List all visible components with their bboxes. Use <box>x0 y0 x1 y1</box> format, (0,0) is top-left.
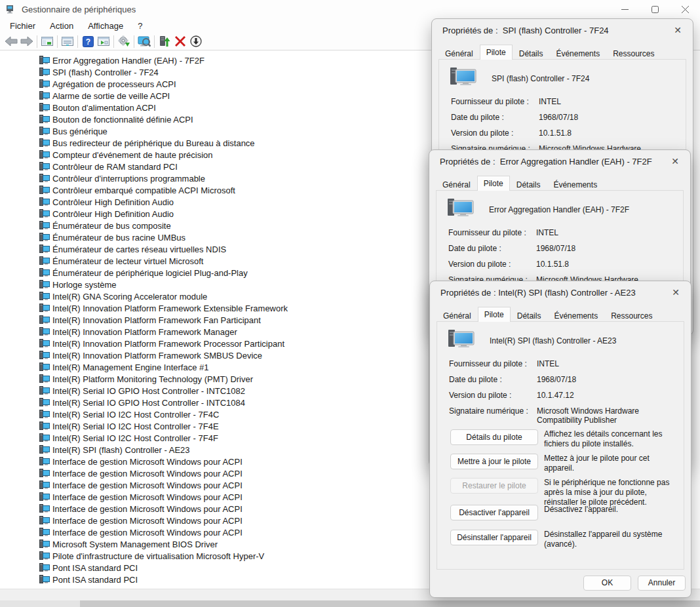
cancel-button[interactable]: Annuler <box>638 576 686 591</box>
tree-item-label: Contrôleur High Definition Audio <box>52 197 174 207</box>
dialog-tab[interactable]: Détails <box>511 309 548 322</box>
driver-action-description: Affichez les détails concernant les fich… <box>544 429 676 449</box>
driver-action-button[interactable]: Restaurer le pilote <box>450 478 538 494</box>
show-console-tree-button[interactable] <box>39 34 55 49</box>
properties-button[interactable] <box>60 34 75 49</box>
tree-item-label: Énumérateur de cartes réseau virtuelles … <box>52 245 226 254</box>
tree-item-label: Bouton d'alimentation ACPI <box>52 103 156 113</box>
ok-button[interactable]: OK <box>583 576 631 591</box>
dialog-tab[interactable]: Pilote <box>477 176 510 191</box>
tree-item-label: Error Aggregation Handler (EAH) - 7F2F <box>52 56 204 66</box>
menu-action[interactable]: Action <box>43 20 81 32</box>
back-button[interactable] <box>3 34 19 49</box>
scan-hardware-changes-button[interactable] <box>116 34 132 49</box>
menu-help[interactable]: ? <box>130 20 149 32</box>
main-titlebar[interactable]: Gestionnaire de périphériques <box>0 0 700 18</box>
driver-field: Date du pilote : 1968/07/18 <box>448 244 675 253</box>
device-manager-icon <box>6 4 16 14</box>
tree-item-label: Intel(R) SPI (flash) Controller - AE23 <box>52 445 190 455</box>
close-button[interactable] <box>670 0 700 18</box>
system-device-icon <box>39 551 50 560</box>
dialog-tab[interactable]: Ressources <box>606 47 661 60</box>
dialog-titlebar[interactable]: Propriétés de : Error Aggregation Handle… <box>429 150 690 174</box>
field-value: 10.1.47.12 <box>537 391 676 400</box>
help-button[interactable]: ? <box>80 34 96 49</box>
driver-action-row: Désinstaller l'appareil Désinstallez l'a… <box>450 530 676 549</box>
update-driver-button[interactable] <box>157 34 172 49</box>
system-device-icon <box>39 327 50 336</box>
console-window-button[interactable] <box>96 34 111 49</box>
driver-action-button[interactable]: Désinstaller l'appareil <box>450 530 538 545</box>
device-name: Intel(R) SPI (flash) Controller - AE23 <box>490 336 616 345</box>
tree-item-label: Contrôleur High Definition Audio <box>52 209 174 219</box>
minimize-button[interactable] <box>610 0 640 18</box>
tree-item-label: Intel(R) Innovation Platform Framework F… <box>52 315 261 325</box>
dialog-tab[interactable]: Détails <box>513 47 550 60</box>
uninstall-device-button[interactable] <box>172 34 188 49</box>
system-device-icon <box>39 528 50 537</box>
field-label: Fournisseur du pilote : <box>449 359 537 368</box>
driver-field: Date du pilote : 1968/07/18 <box>451 113 678 122</box>
system-device-icon <box>39 197 50 206</box>
dialog-tab[interactable]: Ressources <box>604 309 659 322</box>
tree-item-label: Intel(R) Serial IO GPIO Host Controller … <box>52 398 245 408</box>
system-device-icon <box>39 339 50 348</box>
driver-action-button[interactable]: Mettre à jour le pilote <box>450 454 538 469</box>
field-label: Version du pilote : <box>451 128 539 138</box>
tree-item-label: Intel(R) Serial IO I2C Host Controller -… <box>52 433 218 443</box>
forward-button[interactable] <box>19 34 35 49</box>
tree-item-label: Contrôleur embarqué compatible ACPI Micr… <box>52 186 235 195</box>
tree-item-label: Énumérateur de bus composite <box>52 221 171 231</box>
dialog-tab[interactable]: Pilote <box>480 45 513 60</box>
dialog-titlebar[interactable]: Propriétés de : SPI (flash) Controller -… <box>432 19 693 43</box>
system-device-icon <box>39 221 50 230</box>
dialog-tab[interactable]: Pilote <box>478 307 511 322</box>
dialog-tab[interactable]: Événements <box>547 178 604 191</box>
driver-field: Fournisseur du pilote : INTEL <box>451 97 678 106</box>
system-device-icon <box>39 469 50 478</box>
dialog-close-icon[interactable]: ✕ <box>669 286 682 299</box>
tree-item-label: Interface de gestion Microsoft Windows p… <box>52 528 243 538</box>
system-device-icon <box>39 150 50 159</box>
tree-item-label: SPI (flash) Controller - 7F24 <box>52 68 159 77</box>
tree-item-label: Intel(R) GNA Scoring Accelerator module <box>52 292 207 302</box>
system-device-icon <box>39 186 50 195</box>
dialog-title: Propriétés de : SPI (flash) Controller -… <box>432 19 693 35</box>
search-computer-button[interactable] <box>136 34 152 49</box>
system-device-icon <box>39 292 50 301</box>
dialog-close-icon[interactable]: ✕ <box>669 155 682 168</box>
dialog-tab[interactable]: Événements <box>549 47 606 60</box>
horizontal-scrollbar[interactable] <box>0 600 700 607</box>
tree-item-label: Contrôleur de RAM standard PCI <box>52 162 178 172</box>
dialog-tab[interactable]: Événements <box>547 309 604 322</box>
driver-action-button[interactable]: Désactiver l'appareil <box>450 505 538 520</box>
dialog-tab[interactable]: Général <box>436 178 477 191</box>
system-device-icon <box>39 421 50 431</box>
menu-affichage[interactable]: Affichage <box>81 20 130 32</box>
dialog-close-icon[interactable]: ✕ <box>671 24 684 37</box>
screen: { "window": { "title": "Gestionnaire de … <box>0 0 700 607</box>
driver-action-button[interactable]: Détails du pilote <box>450 429 538 445</box>
system-device-icon <box>39 91 50 100</box>
maximize-button[interactable] <box>640 0 670 18</box>
scrollbar-thumb[interactable] <box>0 600 80 607</box>
system-device-icon <box>39 174 50 183</box>
svg-text:?: ? <box>85 37 90 47</box>
tree-item-label: Intel(R) Serial IO GPIO Host Controller … <box>52 386 245 396</box>
system-device-icon <box>39 315 50 324</box>
field-label: Date du pilote : <box>448 244 536 253</box>
device-name: SPI (flash) Controller - 7F24 <box>492 74 589 83</box>
tree-item-label: Intel(R) Innovation Platform Framework E… <box>52 304 288 313</box>
dialog-tab[interactable]: Général <box>437 309 478 322</box>
tree-item-label: Interface de gestion Microsoft Windows p… <box>52 504 243 514</box>
window-title: Gestionnaire de périphériques <box>22 5 136 14</box>
dialog-tab[interactable]: Détails <box>510 178 547 191</box>
dialog-tab[interactable]: Général <box>438 47 480 60</box>
driver-action-row: Restaurer le pilote Si le périphérique n… <box>450 478 676 507</box>
disable-device-button[interactable] <box>188 34 204 49</box>
tree-item-label: Intel(R) Serial IO I2C Host Controller -… <box>52 410 219 420</box>
menu-fichier[interactable]: Fichier <box>3 20 43 32</box>
tree-item-label: Horloge système <box>52 280 117 290</box>
driver-field: Fournisseur du pilote : INTEL <box>448 228 675 237</box>
dialog-titlebar[interactable]: Propriétés de : Intel(R) SPI (flash) Con… <box>430 281 691 305</box>
